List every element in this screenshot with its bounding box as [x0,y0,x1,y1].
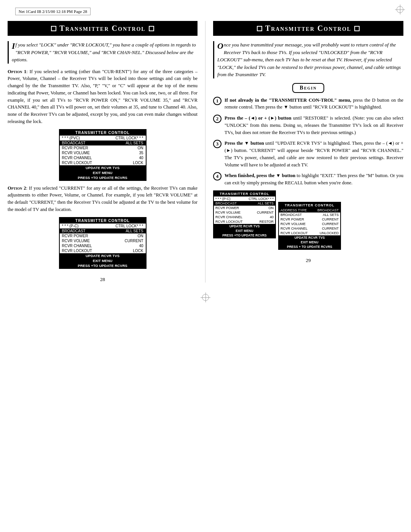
page-wrapper: Net 1Card IB 2/15/00 12:18 PM Page 28 Tr… [0,0,411,532]
title-corner-left [51,26,56,31]
tv-menu-2-bottom1: UPDATE RCVR TVS [60,253,146,258]
right-column: Transmitter Control Once you have transm… [206,21,403,283]
tv-menu-2-row-4: RCVR LOCKOUTLOCK [60,248,146,253]
tv-menu-2-row-0: BROADCASTALL SETS [60,228,146,233]
header-bar: Net 1Card IB 2/15/00 12:18 PM Page 28 [15,8,91,15]
option1-label: Option 1 [8,69,26,74]
left-intro: If you select "LOCK" under "RCVR LOCKOUT… [8,41,198,64]
right-title-corner-right [354,26,360,31]
right-page-number: 29 [213,257,403,264]
begin-box: Begin [292,83,325,93]
tv-menu-right-overlay-title: TRANSMITTER CONTROL [279,203,340,208]
tv-menu-right-overlay-b2: EXIT MENU [279,240,340,244]
tv-menu-right-main-b2: EXIT MENU [214,228,275,233]
option2-body: : If you selected "CURRENT" for any or a… [8,185,198,212]
tv-menu-1-subtitle: * * * (PVC) CTRL LOCK* * * [60,136,146,141]
tv-menu-right-main-row-1: RCVR POWERON [214,206,275,210]
tv-menu-right-overlay-row-5: RCVR LOCKOUTUNLOCKED [279,231,340,235]
step-4-text: When finished, press the ▼ button to hig… [225,172,403,187]
tv-menu-1-bottom2: EXIT MENU [60,170,146,175]
tv-menu-right-main-row-0: BROADCASTALL SETS [214,201,275,206]
tv-menu-right-main-row-4: RCVR LOCKOUTRESTOR [214,219,275,224]
tv-menu-right-main-b3: PRESS +TO UPDATE RCVRS [214,233,275,238]
tv-menu-1-row-2: RCVR VOLUME35 [60,150,146,155]
tv-menu-right-main-subtitle: * * * (P-C) CTRL LOCK* * * [214,197,275,201]
tv-menu-2-title: TRANSMITTER CONTROL [60,218,146,224]
tv-menu-2-row-2: RCVR VOLUMECURRENT [60,238,146,243]
tv-menu-right-main-row-2: RCVR VOLUMECURRENT [214,210,275,215]
left-title: Transmitter Control [8,21,198,36]
tv-menu-2-row-3: RCVR CHANNEL40 [60,243,146,248]
tv-menu-1-row-0: BROADCASTALL SETS [60,141,146,145]
tv-menu-1-title: TRANSMITTER CONTROL [60,130,146,136]
drop-cap-i: I [12,42,15,50]
tv-menu-1-bottom1: UPDATE RCVR TVS [60,165,146,170]
tv-menu-1-row-4: RCVR LOCKOUTLOCK [60,160,146,165]
tv-menu-2-subtitle: * * * (P-C) CTRL LOCK* * * [60,224,146,228]
option2-text: Option 2: If you selected "CURRENT" for … [8,185,198,213]
header-text: Net 1Card IB 2/15/00 12:18 PM Page 28 [19,9,87,14]
tv-menu-1-sub-left: * * * (PVC) [62,136,80,140]
option2-label: Option 2 [8,185,26,191]
right-intro-text: nce you have transmitted your message, y… [217,42,401,77]
left-page-number: 28 [8,276,198,283]
tv-menu-2-row-1: RCVR POWERON [60,233,146,238]
tv-menu-right-main-title: TRANSMITTER CONTROL [214,191,275,197]
step-2-circle: 2 [213,115,221,123]
step-4: 4 When finished, press the ▼ button to h… [213,172,403,187]
right-title: Transmitter Control [213,21,403,36]
tv-menu-2-sub-right: CTRL LOCK* * * [116,224,143,228]
title-corner-right [149,26,154,31]
tv-menu-right-overlay-row-2: RCVR POWERCURRENT [279,217,340,222]
tv-menu-right-overlay-row-1: BROADCASTALL SETS [279,212,340,217]
main-content: Transmitter Control If you select "LOCK"… [0,15,411,286]
step-2: 2 Press the – (◄) or + (►) button until … [213,115,403,136]
step-3: 3 Press the ▼ button until "UPDATE RCVR … [213,140,403,168]
drop-cap-o: O [217,42,223,50]
tv-menu-right-overlay-row-0: ADDRESS TYPEBROADCAST [279,208,340,212]
step-3-text: Press the ▼ button until "UPDATE RCVR TV… [225,140,403,168]
tv-menu-2-bottom3: PRESS +TO UPDATE RCVRS [60,263,146,268]
tv-menu-right-overlay-row-4: RCVR CHANNELCURRENT [279,226,340,231]
tv-menu-right-overlay: TRANSMITTER CONTROL ADDRESS TYPEBROADCAS… [278,202,341,250]
option1-text: Option 1: If you selected a setting (oth… [8,68,198,125]
tv-menu-1-bottom3: PRESS +TO UPDATE RCVRS [60,175,146,180]
step-1-text: If not already in the "TRANSMITTER CON-T… [225,97,403,111]
tv-menu-2-bottom2: EXIT MENU [60,258,146,263]
step-4-circle: 4 [213,172,221,181]
step-3-circle: 3 [213,140,221,148]
right-title-corner-left [257,26,262,31]
step-2-text: Press the – (◄) or + (►) button until "R… [225,115,403,136]
step-1-circle: 1 [213,97,221,105]
tv-menu-right-main-b1: UPDATE RCVR TVS [214,224,275,228]
tv-menu-right-overlay-b3: PRESS + TO UPDATE RCVRS [279,244,340,249]
tv-menu-1-row-1: RCVR POWERON [60,145,146,150]
tv-menu-1: TRANSMITTER CONTROL * * * (PVC) CTRL LOC… [59,129,147,181]
right-intro: Once you have transmitted your message, … [213,41,403,78]
tv-menu-right-overlay-b1: UPDATE RCVR TVS [279,235,340,240]
tv-menu-2-sub-left: * * * (P-C) [62,224,79,228]
left-column: Transmitter Control If you select "LOCK"… [8,21,206,283]
tv-menu-right-main: TRANSMITTER CONTROL * * * (P-C) CTRL LOC… [213,190,276,238]
tv-menus-right-area: TRANSMITTER CONTROL * * * (P-C) CTRL LOC… [213,190,403,250]
intro-text: f you select "LOCK" under "RCVR LOCKOUT,… [12,42,196,62]
step-1: 1 If not already in the "TRANSMITTER CON… [213,97,403,111]
tv-menu-1-row-3: RCVR CHANNEL40 [60,155,146,160]
tv-menu-right-main-row-3: RCVR CHANNEL40 [214,215,275,219]
tv-menu-1-sub-right: CTRL LOCK* * * [116,136,143,140]
tv-menu-right-overlay-row-3: RCVR VOLUMECURRENT [279,222,340,226]
option1-body: : If you selected a setting (other than … [8,69,198,124]
tv-menu-2: TRANSMITTER CONTROL * * * (P-C) CTRL LOC… [59,217,147,269]
